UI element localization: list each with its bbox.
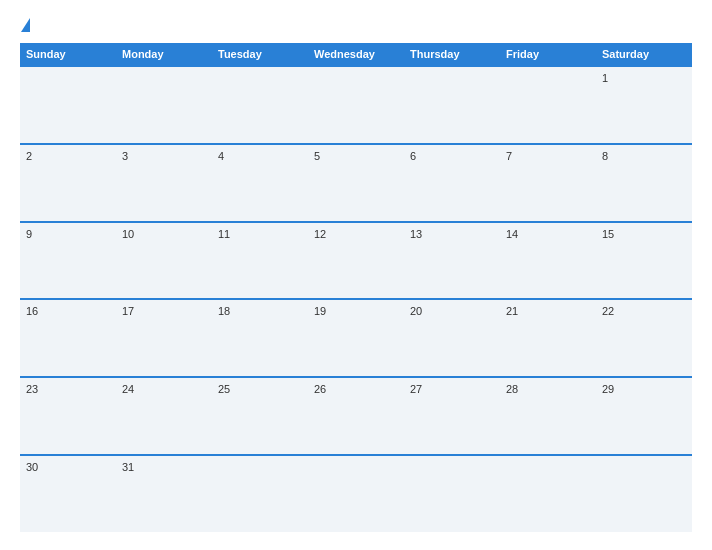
day-number: 9 bbox=[26, 228, 32, 240]
day-header-monday: Monday bbox=[116, 43, 212, 65]
week-row-3: 9101112131415 bbox=[20, 221, 692, 299]
day-number: 1 bbox=[602, 72, 608, 84]
day-cell: 30 bbox=[20, 456, 116, 532]
day-cell: 26 bbox=[308, 378, 404, 454]
day-number: 26 bbox=[314, 383, 326, 395]
day-cell: 23 bbox=[20, 378, 116, 454]
day-number: 21 bbox=[506, 305, 518, 317]
day-number: 19 bbox=[314, 305, 326, 317]
day-cell: 5 bbox=[308, 145, 404, 221]
day-cell: 20 bbox=[404, 300, 500, 376]
day-number: 4 bbox=[218, 150, 224, 162]
week-row-1: 1 bbox=[20, 65, 692, 143]
day-number: 24 bbox=[122, 383, 134, 395]
day-cell: 11 bbox=[212, 223, 308, 299]
day-cell bbox=[212, 456, 308, 532]
week-row-2: 2345678 bbox=[20, 143, 692, 221]
day-number: 23 bbox=[26, 383, 38, 395]
day-cell: 29 bbox=[596, 378, 692, 454]
day-number: 25 bbox=[218, 383, 230, 395]
day-number: 29 bbox=[602, 383, 614, 395]
day-number: 20 bbox=[410, 305, 422, 317]
day-header-wednesday: Wednesday bbox=[308, 43, 404, 65]
day-number: 2 bbox=[26, 150, 32, 162]
day-cell bbox=[500, 67, 596, 143]
day-header-tuesday: Tuesday bbox=[212, 43, 308, 65]
day-cell: 24 bbox=[116, 378, 212, 454]
day-header-friday: Friday bbox=[500, 43, 596, 65]
day-cell: 18 bbox=[212, 300, 308, 376]
day-number: 28 bbox=[506, 383, 518, 395]
day-cell: 31 bbox=[116, 456, 212, 532]
day-cell bbox=[308, 456, 404, 532]
day-number: 15 bbox=[602, 228, 614, 240]
day-number: 14 bbox=[506, 228, 518, 240]
day-cell: 15 bbox=[596, 223, 692, 299]
day-cell bbox=[500, 456, 596, 532]
day-number: 27 bbox=[410, 383, 422, 395]
day-number: 8 bbox=[602, 150, 608, 162]
day-cell: 14 bbox=[500, 223, 596, 299]
day-cell: 2 bbox=[20, 145, 116, 221]
calendar: SundayMondayTuesdayWednesdayThursdayFrid… bbox=[20, 43, 692, 532]
day-cell: 27 bbox=[404, 378, 500, 454]
day-cell: 13 bbox=[404, 223, 500, 299]
week-row-5: 23242526272829 bbox=[20, 376, 692, 454]
day-number: 11 bbox=[218, 228, 230, 240]
day-cell: 4 bbox=[212, 145, 308, 221]
day-cell: 1 bbox=[596, 67, 692, 143]
weeks-container: 1234567891011121314151617181920212223242… bbox=[20, 65, 692, 532]
logo-triangle-icon bbox=[21, 18, 30, 32]
day-number: 6 bbox=[410, 150, 416, 162]
day-cell bbox=[20, 67, 116, 143]
day-number: 12 bbox=[314, 228, 326, 240]
day-cell bbox=[308, 67, 404, 143]
day-header-sunday: Sunday bbox=[20, 43, 116, 65]
day-number: 3 bbox=[122, 150, 128, 162]
day-cell: 3 bbox=[116, 145, 212, 221]
day-cell: 28 bbox=[500, 378, 596, 454]
day-cell: 21 bbox=[500, 300, 596, 376]
day-number: 10 bbox=[122, 228, 134, 240]
day-cell: 17 bbox=[116, 300, 212, 376]
day-cell bbox=[404, 67, 500, 143]
day-header-saturday: Saturday bbox=[596, 43, 692, 65]
day-cell: 19 bbox=[308, 300, 404, 376]
day-header-thursday: Thursday bbox=[404, 43, 500, 65]
day-number: 5 bbox=[314, 150, 320, 162]
day-number: 13 bbox=[410, 228, 422, 240]
day-number: 30 bbox=[26, 461, 38, 473]
day-number: 22 bbox=[602, 305, 614, 317]
day-number: 7 bbox=[506, 150, 512, 162]
day-cell: 25 bbox=[212, 378, 308, 454]
day-cell: 10 bbox=[116, 223, 212, 299]
logo bbox=[20, 18, 30, 33]
day-cell: 9 bbox=[20, 223, 116, 299]
week-row-4: 16171819202122 bbox=[20, 298, 692, 376]
day-cell: 8 bbox=[596, 145, 692, 221]
day-cell bbox=[212, 67, 308, 143]
day-number: 17 bbox=[122, 305, 134, 317]
day-cell: 16 bbox=[20, 300, 116, 376]
day-cell bbox=[116, 67, 212, 143]
day-headers-row: SundayMondayTuesdayWednesdayThursdayFrid… bbox=[20, 43, 692, 65]
week-row-6: 3031 bbox=[20, 454, 692, 532]
day-cell: 12 bbox=[308, 223, 404, 299]
day-cell: 22 bbox=[596, 300, 692, 376]
day-cell: 7 bbox=[500, 145, 596, 221]
day-cell: 6 bbox=[404, 145, 500, 221]
day-number: 31 bbox=[122, 461, 134, 473]
day-number: 18 bbox=[218, 305, 230, 317]
day-number: 16 bbox=[26, 305, 38, 317]
day-cell bbox=[596, 456, 692, 532]
day-cell bbox=[404, 456, 500, 532]
page-header bbox=[20, 18, 692, 33]
